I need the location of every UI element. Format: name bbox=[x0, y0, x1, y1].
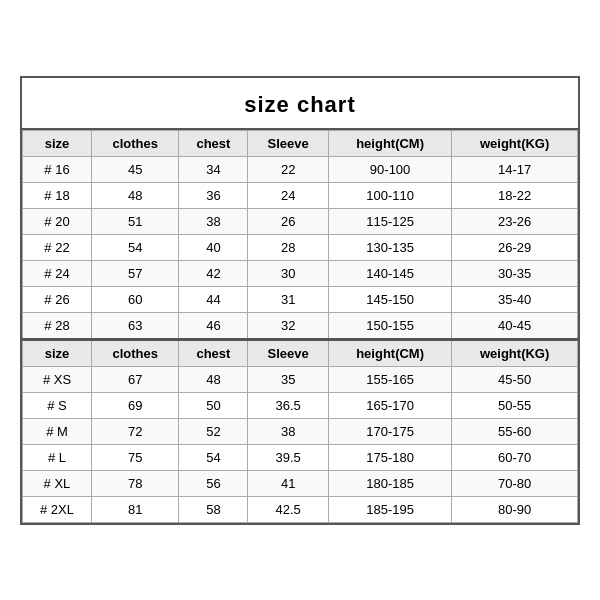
table-cell: 42 bbox=[179, 260, 248, 286]
table-cell: 67 bbox=[91, 366, 178, 392]
table-cell: 170-175 bbox=[328, 418, 451, 444]
table-cell: 24 bbox=[248, 182, 329, 208]
table-cell: # XL bbox=[23, 470, 92, 496]
table-cell: 185-195 bbox=[328, 496, 451, 522]
table-cell: 14-17 bbox=[452, 156, 578, 182]
table-row: # M725238170-17555-60 bbox=[23, 418, 578, 444]
table-cell: 54 bbox=[179, 444, 248, 470]
table-cell: 75 bbox=[91, 444, 178, 470]
table-cell: 36 bbox=[179, 182, 248, 208]
table-row: # 18483624100-11018-22 bbox=[23, 182, 578, 208]
col-size-2: size bbox=[23, 339, 92, 366]
table-cell: # XS bbox=[23, 366, 92, 392]
table-cell: # 20 bbox=[23, 208, 92, 234]
table-cell: 42.5 bbox=[248, 496, 329, 522]
table-cell: # 18 bbox=[23, 182, 92, 208]
table-cell: # 24 bbox=[23, 260, 92, 286]
table-row: # 26604431145-15035-40 bbox=[23, 286, 578, 312]
table-cell: 140-145 bbox=[328, 260, 451, 286]
table-cell: 41 bbox=[248, 470, 329, 496]
table-cell: 35-40 bbox=[452, 286, 578, 312]
table2-header: size clothes chest Sleeve height(CM) wei… bbox=[23, 339, 578, 366]
table-cell: 32 bbox=[248, 312, 329, 339]
table-cell: 72 bbox=[91, 418, 178, 444]
table-cell: 80-90 bbox=[452, 496, 578, 522]
table-cell: 34 bbox=[179, 156, 248, 182]
table-cell: 180-185 bbox=[328, 470, 451, 496]
col-sleeve-1: Sleeve bbox=[248, 130, 329, 156]
table-cell: 26-29 bbox=[452, 234, 578, 260]
table-cell: 78 bbox=[91, 470, 178, 496]
table-cell: 38 bbox=[248, 418, 329, 444]
table-cell: 18-22 bbox=[452, 182, 578, 208]
table-cell: 51 bbox=[91, 208, 178, 234]
col-height-2: height(CM) bbox=[328, 339, 451, 366]
table-cell: 90-100 bbox=[328, 156, 451, 182]
table-cell: 63 bbox=[91, 312, 178, 339]
table-cell: 39.5 bbox=[248, 444, 329, 470]
table-cell: 150-155 bbox=[328, 312, 451, 339]
table-cell: 22 bbox=[248, 156, 329, 182]
size-chart-container: size chart size clothes chest Sleeve hei… bbox=[20, 76, 580, 525]
table-cell: # M bbox=[23, 418, 92, 444]
table-cell: 60 bbox=[91, 286, 178, 312]
table-cell: 60-70 bbox=[452, 444, 578, 470]
table-cell: 57 bbox=[91, 260, 178, 286]
table-cell: 26 bbox=[248, 208, 329, 234]
table-row: # 20513826115-12523-26 bbox=[23, 208, 578, 234]
table-cell: 70-80 bbox=[452, 470, 578, 496]
table-cell: # 28 bbox=[23, 312, 92, 339]
table-cell: 45 bbox=[91, 156, 178, 182]
col-sleeve-2: Sleeve bbox=[248, 339, 329, 366]
table-cell: 40 bbox=[179, 234, 248, 260]
table-cell: 44 bbox=[179, 286, 248, 312]
table-row: # S695036.5165-17050-55 bbox=[23, 392, 578, 418]
table-cell: 165-170 bbox=[328, 392, 451, 418]
table-cell: 115-125 bbox=[328, 208, 451, 234]
table-cell: 50-55 bbox=[452, 392, 578, 418]
table-cell: 100-110 bbox=[328, 182, 451, 208]
table1-header: size clothes chest Sleeve height(CM) wei… bbox=[23, 130, 578, 156]
table-cell: 52 bbox=[179, 418, 248, 444]
table-cell: # S bbox=[23, 392, 92, 418]
col-weight-1: weight(KG) bbox=[452, 130, 578, 156]
table-row: # 24574230140-14530-35 bbox=[23, 260, 578, 286]
table-row: # XS674835155-16545-50 bbox=[23, 366, 578, 392]
table-cell: 28 bbox=[248, 234, 329, 260]
table-cell: 48 bbox=[179, 366, 248, 392]
table-cell: 36.5 bbox=[248, 392, 329, 418]
table1-body: # 1645342290-10014-17# 18483624100-11018… bbox=[23, 156, 578, 339]
col-clothes-2: clothes bbox=[91, 339, 178, 366]
table-cell: 30-35 bbox=[452, 260, 578, 286]
table-row: # XL785641180-18570-80 bbox=[23, 470, 578, 496]
table-cell: 58 bbox=[179, 496, 248, 522]
table-cell: # 22 bbox=[23, 234, 92, 260]
col-chest-1: chest bbox=[179, 130, 248, 156]
table-cell: 50 bbox=[179, 392, 248, 418]
table-cell: 56 bbox=[179, 470, 248, 496]
table-row: # 28634632150-15540-45 bbox=[23, 312, 578, 339]
table-cell: 23-26 bbox=[452, 208, 578, 234]
table-cell: 35 bbox=[248, 366, 329, 392]
chart-title: size chart bbox=[22, 78, 578, 130]
col-clothes-1: clothes bbox=[91, 130, 178, 156]
size-table: size clothes chest Sleeve height(CM) wei… bbox=[22, 130, 578, 523]
table-cell: 46 bbox=[179, 312, 248, 339]
table-cell: 81 bbox=[91, 496, 178, 522]
table-cell: # L bbox=[23, 444, 92, 470]
table-row: # 22544028130-13526-29 bbox=[23, 234, 578, 260]
table-cell: 55-60 bbox=[452, 418, 578, 444]
table-cell: 54 bbox=[91, 234, 178, 260]
col-weight-2: weight(KG) bbox=[452, 339, 578, 366]
table-cell: 145-150 bbox=[328, 286, 451, 312]
table-row: # 1645342290-10014-17 bbox=[23, 156, 578, 182]
table2-body: # XS674835155-16545-50# S695036.5165-170… bbox=[23, 366, 578, 522]
table-cell: # 16 bbox=[23, 156, 92, 182]
table-row: # L755439.5175-18060-70 bbox=[23, 444, 578, 470]
col-chest-2: chest bbox=[179, 339, 248, 366]
table-cell: # 2XL bbox=[23, 496, 92, 522]
col-size-1: size bbox=[23, 130, 92, 156]
col-height-1: height(CM) bbox=[328, 130, 451, 156]
table-cell: 31 bbox=[248, 286, 329, 312]
table-cell: 155-165 bbox=[328, 366, 451, 392]
